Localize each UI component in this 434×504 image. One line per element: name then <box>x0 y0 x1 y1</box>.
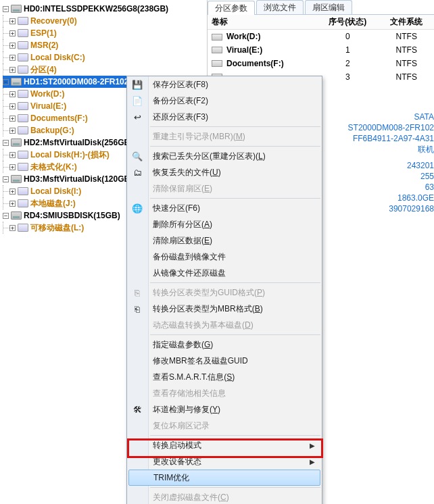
menu-item: 复位坏扇区记录 <box>127 418 322 434</box>
menu-item-label: 搜索已丢失分区(重建分区表)(L) <box>153 151 266 162</box>
menu-item-label: 坏道检测与修复(Y) <box>153 404 220 415</box>
expand-icon[interactable] <box>9 103 16 109</box>
volume-icon <box>212 34 222 41</box>
menu-item-label: 查看S.M.A.R.T.信息(S) <box>153 372 235 383</box>
tree-disk-hd0[interactable]: HD0:INTELSSDPEKKW256G8(238GB) <box>3 3 207 15</box>
menu-item[interactable]: 删除所有分区(A) <box>127 216 322 232</box>
collapse-icon[interactable] <box>3 6 9 12</box>
partition-icon <box>18 41 28 49</box>
submenu-arrow-icon: ▶ <box>310 442 315 449</box>
menu-item[interactable]: ⎗转换分区表类型为MBR格式(B) <box>127 301 322 317</box>
menu-item[interactable]: ↩还原分区表(F3) <box>127 109 322 125</box>
menu-icon: 📄 <box>131 95 143 107</box>
menu-item-label: 动态磁盘转换为基本磁盘(D) <box>153 320 254 331</box>
tree-partition[interactable]: MSR(2) <box>3 39 207 51</box>
menu-item[interactable]: 🔍搜索已丢失分区(重建分区表)(L) <box>127 148 322 164</box>
tree-partition[interactable]: Local Disk(C:) <box>3 51 207 64</box>
tree-partition[interactable]: 分区(4) <box>3 64 207 76</box>
disk-context-menu[interactable]: 💾保存分区表(F8)📄备份分区表(F2)↩还原分区表(F3)重建主引导记录(MB… <box>126 76 322 504</box>
menu-item: 清除保留扇区(E) <box>127 180 322 197</box>
menu-item: 关闭虚拟磁盘文件(C) <box>127 489 322 504</box>
menu-item[interactable]: 转换启动模式▶ <box>127 437 322 453</box>
expand-icon[interactable] <box>9 201 16 207</box>
menu-item[interactable]: 📄备份分区表(F2) <box>127 93 322 109</box>
expand-icon[interactable] <box>9 225 16 231</box>
expand-icon[interactable] <box>9 188 16 195</box>
partition-icon <box>18 114 28 122</box>
menu-separator <box>150 334 320 335</box>
menu-item[interactable]: TRIM优化 <box>128 470 320 486</box>
menu-item-label: 恢复丢失的文件(U) <box>153 167 221 178</box>
menu-icon: 🔍 <box>131 150 143 162</box>
col-filesystem[interactable]: 文件系统 <box>379 15 435 30</box>
menu-item[interactable]: 💾保存分区表(F8) <box>127 76 322 93</box>
info-heads: 255 <box>348 171 434 182</box>
submenu-arrow-icon: ▶ <box>310 458 315 465</box>
expand-icon[interactable] <box>9 43 16 49</box>
tab-sector-edit[interactable]: 扇区编辑 <box>305 0 352 14</box>
tab-bar: 分区参数 浏览文件 扇区编辑 <box>208 0 434 15</box>
menu-item-label: 清除保留扇区(E) <box>153 183 212 195</box>
volume-table: 卷标 序号(状态) 文件系统 Work(D:)0NTFS Virual(E:)1… <box>208 15 434 84</box>
partition-icon <box>18 29 28 37</box>
expand-icon[interactable] <box>9 55 16 61</box>
partition-icon <box>18 199 28 207</box>
menu-separator <box>150 282 320 283</box>
info-interface: SATA <box>348 111 434 122</box>
collapse-icon[interactable] <box>3 79 9 85</box>
menu-item-label: 更改设备状态 <box>153 456 201 468</box>
tree-partition[interactable]: ESP(1) <box>3 27 207 39</box>
info-guid: FF6B4911-2A97-4A31 <box>348 133 434 144</box>
table-row[interactable]: Documents(F:)2NTFS <box>208 57 434 70</box>
disk-label: HD1:ST2000DM008-2FR102(1 <box>24 76 136 88</box>
disk-label: HD2:MsftVirtualDisk(256GB) <box>24 136 132 149</box>
expand-icon[interactable] <box>9 18 16 24</box>
col-volume-label[interactable]: 卷标 <box>208 15 316 30</box>
menu-separator <box>150 487 320 488</box>
menu-item[interactable]: 🌐快速分区(F6) <box>127 200 322 216</box>
expand-icon[interactable] <box>9 152 16 158</box>
menu-icon: ⎗ <box>131 303 143 315</box>
menu-item-label: 从镜像文件还原磁盘 <box>153 268 226 279</box>
expand-icon[interactable] <box>9 164 16 170</box>
collapse-icon[interactable] <box>3 213 9 219</box>
menu-item[interactable]: 指定磁盘参数(G) <box>127 336 322 353</box>
collapse-icon[interactable] <box>3 140 9 146</box>
expand-icon[interactable] <box>9 128 16 134</box>
disk-info: SATA ST2000DM008-2FR102 FF6B4911-2A97-4A… <box>348 111 434 214</box>
menu-separator <box>150 435 320 436</box>
menu-item[interactable]: 🗂恢复丢失的文件(U) <box>127 164 322 180</box>
hdd-icon <box>11 5 22 13</box>
menu-item[interactable]: 备份磁盘到镜像文件 <box>127 249 322 265</box>
tree-partition[interactable]: Recovery(0) <box>3 15 207 27</box>
tab-partition-params[interactable]: 分区参数 <box>208 1 255 15</box>
menu-icon: 💾 <box>131 78 143 91</box>
collapse-icon[interactable] <box>3 176 9 182</box>
info-total-sectors: 3907029168 <box>348 203 434 214</box>
table-row[interactable]: Virual(E:)1NTFS <box>208 43 434 57</box>
partition-icon <box>18 126 28 134</box>
expand-icon[interactable] <box>9 67 16 73</box>
table-row[interactable]: Work(D:)0NTFS <box>208 30 434 43</box>
info-model: ST2000DM008-2FR102 <box>348 122 434 133</box>
menu-icon: ↩ <box>131 111 143 123</box>
expand-icon[interactable] <box>9 91 16 97</box>
tab-browse-files[interactable]: 浏览文件 <box>256 0 304 14</box>
hdd-icon <box>11 138 22 147</box>
menu-item-label: 重建主引导记录(MBR)(M) <box>153 131 245 143</box>
menu-item-label: 修改MBR签名及磁盘GUID <box>153 355 248 367</box>
menu-item[interactable]: 修改MBR签名及磁盘GUID <box>127 353 322 369</box>
menu-item[interactable]: 从镜像文件还原磁盘 <box>127 265 322 281</box>
menu-item[interactable]: 清除扇区数据(E) <box>127 232 322 249</box>
menu-item: 动态磁盘转换为基本磁盘(D) <box>127 317 322 333</box>
hdd-icon <box>11 78 22 86</box>
expand-icon[interactable] <box>9 30 16 36</box>
menu-item[interactable]: 查看S.M.A.R.T.信息(S) <box>127 369 322 385</box>
col-index-status[interactable]: 序号(状态) <box>316 15 379 30</box>
expand-icon[interactable] <box>9 116 16 122</box>
partition-icon <box>18 163 28 171</box>
partition-icon <box>18 187 28 195</box>
menu-icon: 🌐 <box>131 202 143 214</box>
menu-item[interactable]: 🛠坏道检测与修复(Y) <box>127 401 322 418</box>
menu-item[interactable]: 更改设备状态▶ <box>127 453 322 470</box>
